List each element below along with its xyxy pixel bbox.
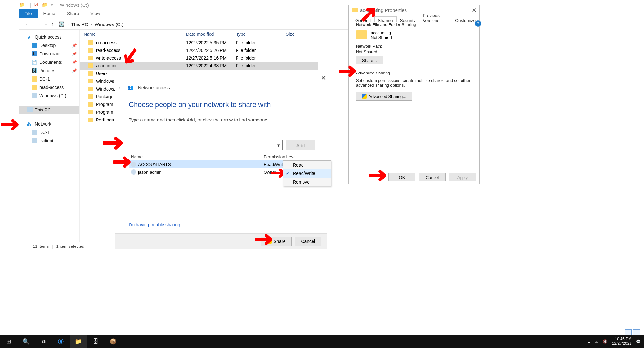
taskbar-server-manager[interactable]: 🗄 (87, 335, 104, 348)
wizard-close-button[interactable]: ✕ (321, 74, 326, 82)
sidebar-pictures[interactable]: 🖼Pictures📌 (19, 66, 79, 75)
wizard-cancel-button[interactable]: Cancel (295, 237, 321, 246)
check-icon: ✓ (286, 171, 290, 176)
properties-cancel-button[interactable]: Cancel (419, 173, 446, 181)
group-icon (131, 162, 136, 167)
explorer-titlebar: 📁 | ☑ 📁 ▾ | Windows (C:) (19, 0, 89, 10)
shield-icon (267, 239, 272, 244)
folder-icon (352, 8, 358, 12)
network-sharing-group: Network File and Folder Sharing accounti… (352, 25, 476, 69)
permission-menu: Read ✓Read/Write Remove (283, 160, 331, 186)
properties-title: accounting Properties (360, 7, 407, 13)
user-icon (131, 169, 136, 175)
sidebar-documents[interactable]: 📄Documents📌 (19, 58, 79, 66)
network-access-wizard: ✕ ← 👥 Network access Choose people on yo… (115, 72, 327, 249)
explorer-sidebar: ★Quick access Desktop📌 ⬇Downloads📌 📄Docu… (19, 30, 80, 242)
shield-icon (362, 94, 367, 99)
sidebar-quick-access[interactable]: ★Quick access (19, 33, 79, 41)
wizard-back-button[interactable]: ← (118, 84, 123, 91)
start-button[interactable]: ⊞ (0, 335, 17, 348)
folder-icon (88, 63, 93, 68)
qat-properties-icon[interactable]: ☑ (33, 2, 39, 8)
properties-apply-button[interactable]: Apply (449, 173, 476, 181)
share-name-input[interactable] (129, 140, 275, 150)
perm-menu-read[interactable]: Read (283, 161, 331, 169)
trouble-sharing-link[interactable]: I'm having trouble sharing (129, 222, 180, 227)
sidebar-network-dc1[interactable]: DC-1 (19, 128, 79, 137)
perm-menu-readwrite[interactable]: ✓Read/Write (283, 169, 331, 178)
breadcrumb-thispc[interactable]: This PC (71, 22, 88, 27)
ribbon: File Home Share View (19, 9, 106, 18)
taskbar-explorer[interactable]: 📁 (70, 335, 87, 348)
folder-icon (88, 94, 93, 99)
pin-icon: 📌 (72, 52, 77, 56)
perm-menu-remove[interactable]: Remove (283, 178, 331, 186)
nav-forward-button[interactable]: → (35, 21, 41, 28)
column-headers[interactable]: Name Date modified Type Size (80, 30, 318, 39)
status-selected: 1 item selected (56, 244, 84, 249)
ribbon-tab-home[interactable]: Home (38, 9, 61, 18)
taskbar-search[interactable]: 🔍 (17, 335, 35, 348)
properties-close-button[interactable]: ✕ (472, 7, 477, 14)
status-bar: 11 items | 1 item selected (19, 242, 84, 250)
ribbon-tab-share[interactable]: Share (61, 9, 85, 18)
tray-notifications-icon[interactable]: 💬 (636, 339, 641, 344)
sidebar-thispc[interactable]: This PC (19, 106, 79, 114)
tab-previous-versions[interactable]: Previous Versions (419, 12, 452, 24)
taskbar-ie[interactable]: ⓔ (52, 335, 70, 348)
sidebar-downloads[interactable]: ⬇Downloads📌 (19, 50, 79, 58)
sidebar-network-tsclient[interactable]: tsclient (19, 137, 79, 145)
network-path-value: Not Shared (356, 49, 472, 54)
task-view-button[interactable]: ⧉ (35, 335, 52, 348)
properties-ok-button[interactable]: OK (388, 173, 415, 181)
network-path-label: Network Path: (356, 44, 472, 49)
col-people-name[interactable]: Name (129, 154, 264, 159)
tray-network-icon[interactable]: 🖧 (594, 339, 598, 344)
file-row[interactable]: no-access12/27/2022 5:35 PMFile folder (80, 39, 318, 46)
drive-icon: 💽 (59, 21, 65, 27)
advanced-sharing-text: Set custom permissions, create multiple … (356, 78, 472, 88)
sidebar-desktop[interactable]: Desktop📌 (19, 41, 79, 50)
file-row[interactable]: write-access12/27/2022 5:16 PMFile folde… (80, 54, 318, 62)
add-button[interactable]: Add (286, 140, 315, 150)
taskbar-app4[interactable]: 📦 (104, 335, 122, 348)
wizard-heading: Choose people on your network to share w… (129, 101, 315, 109)
share-button[interactable]: Share... (356, 56, 383, 64)
tray-up-icon[interactable]: ▴ (588, 339, 590, 344)
pin-icon: 📌 (72, 68, 77, 73)
share-folder-name: accounting (371, 30, 392, 35)
pin-icon: 📌 (72, 60, 77, 64)
ribbon-tab-file[interactable]: File (19, 9, 38, 18)
explorer-icon: 📁 (19, 2, 25, 8)
col-size[interactable]: Size (286, 32, 318, 37)
advanced-sharing-button[interactable]: Advanced Sharing... (356, 92, 412, 101)
file-row[interactable]: accounting12/27/2022 4:38 PMFile folder (80, 62, 318, 70)
share-name-dropdown[interactable]: ▾ (275, 140, 283, 150)
tray-volume-icon[interactable]: 🔇 (603, 339, 608, 344)
nav-back-button[interactable]: ← (24, 21, 30, 28)
address-bar[interactable]: 💽 › This PC › Windows (C:) (59, 21, 124, 27)
file-row[interactable]: read-access12/27/2022 5:26 PMFile folder (80, 46, 318, 54)
folder-icon (88, 79, 93, 83)
view-details-button[interactable] (625, 329, 632, 336)
ribbon-tab-view[interactable]: View (85, 9, 106, 18)
view-icons-button[interactable] (633, 329, 640, 336)
wizard-share-button[interactable]: Share (261, 237, 292, 246)
tray-clock[interactable]: 10:45 PM 12/27/2022 (612, 337, 631, 346)
sidebar-cdrive[interactable]: Windows (C:) (19, 92, 79, 100)
status-items: 11 items (33, 244, 49, 249)
people-list: Name Permission Level ACCOUNTANTS Read/W… (129, 153, 315, 218)
wizard-subtext: Type a name and then click Add, or click… (129, 117, 315, 122)
breadcrumb-drive[interactable]: Windows (C:) (95, 22, 124, 27)
nav-up-button[interactable]: ↑ (51, 21, 54, 27)
sidebar-read-access[interactable]: read-access (19, 83, 79, 92)
col-type[interactable]: Type (236, 32, 286, 37)
folder-large-icon (356, 30, 367, 39)
qat-folder-icon[interactable]: 📁 (42, 2, 48, 8)
sidebar-network[interactable]: 🖧Network (19, 120, 79, 128)
nav-history-dropdown[interactable]: ▾ (45, 22, 47, 26)
col-name[interactable]: Name (80, 32, 186, 37)
col-date[interactable]: Date modified (186, 32, 236, 37)
col-permission[interactable]: Permission Level (264, 154, 315, 159)
sidebar-dc1[interactable]: DC-1 (19, 75, 79, 83)
